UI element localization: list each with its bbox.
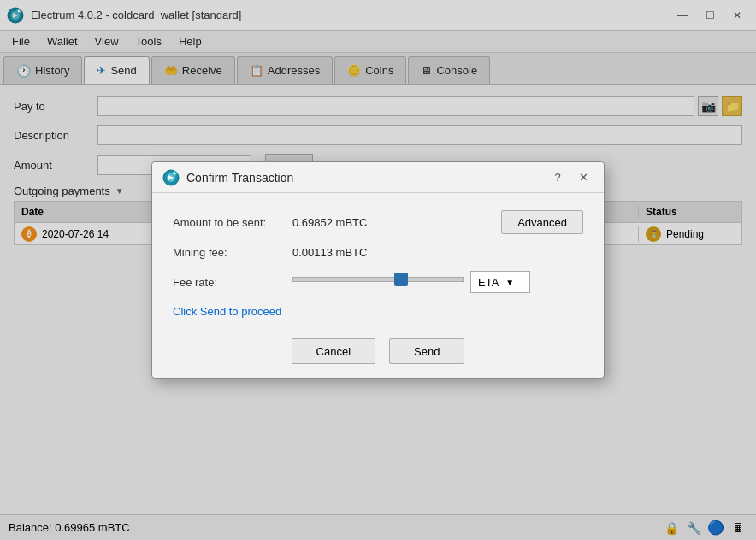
fee-rate-label: Fee rate:: [173, 276, 292, 289]
fee-dropdown[interactable]: ETA ▼: [470, 271, 530, 293]
modal-title-left: Confirm Transaction: [162, 169, 293, 186]
slider-container: ETA ▼: [292, 271, 583, 293]
modal-fee-row: Mining fee: 0.00113 mBTC: [173, 246, 583, 259]
modal-title-bar: Confirm Transaction ? ✕: [152, 162, 604, 193]
modal-amount-label: Amount to be sent:: [173, 216, 292, 229]
modal-close-button[interactable]: ✕: [573, 168, 594, 187]
modal-fee-value: 0.00113 mBTC: [292, 246, 583, 259]
modal-body: Amount to be sent: 0.69852 mBTC Advanced…: [152, 193, 604, 378]
fee-dropdown-value: ETA: [478, 276, 499, 289]
modal-amount-value: 0.69852 mBTC: [292, 216, 501, 229]
svg-point-7: [174, 172, 176, 174]
fee-rate-slider[interactable]: [292, 277, 464, 282]
cancel-button[interactable]: Cancel: [292, 338, 375, 364]
slider-wrapper: [292, 275, 464, 289]
modal-title-text: Confirm Transaction: [186, 171, 293, 185]
advanced-button[interactable]: Advanced: [501, 210, 583, 234]
modal-help-button[interactable]: ?: [547, 168, 568, 187]
modal-overlay: Confirm Transaction ? ✕ Amount to be sen…: [0, 0, 756, 540]
modal-footer: Cancel Send: [173, 335, 583, 364]
modal-fee-rate-row: Fee rate: ETA ▼: [173, 271, 583, 293]
modal-app-icon: [162, 169, 180, 186]
modal-fee-label: Mining fee:: [173, 246, 292, 259]
fee-dropdown-arrow: ▼: [505, 278, 514, 287]
modal-amount-row: Amount to be sent: 0.69852 mBTC Advanced: [173, 210, 583, 234]
click-send-text: Click Send to proceed: [173, 305, 583, 318]
send-button[interactable]: Send: [389, 338, 464, 364]
confirm-transaction-modal: Confirm Transaction ? ✕ Amount to be sen…: [151, 161, 605, 379]
modal-title-controls: ? ✕: [547, 168, 594, 187]
